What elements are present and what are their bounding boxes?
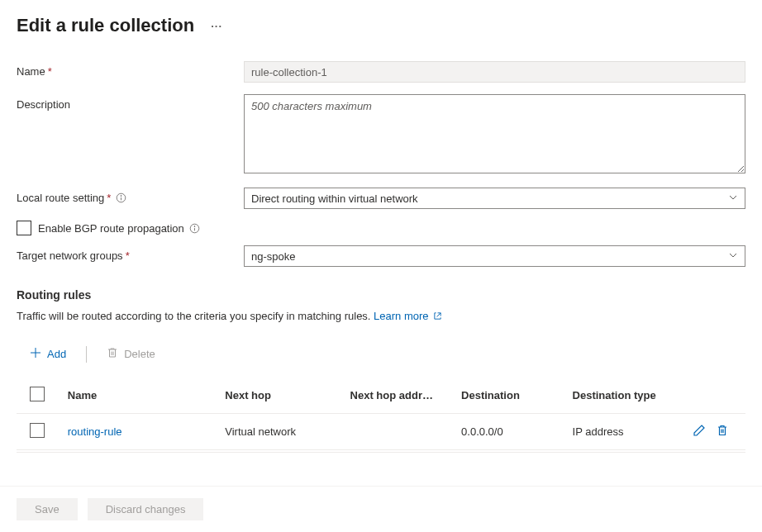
local-route-setting-dropdown[interactable]: Direct routing within virtual network — [244, 188, 745, 209]
rule-name-link[interactable]: routing-rule — [68, 425, 122, 438]
chevron-down-icon — [728, 250, 738, 263]
required-indicator: * — [107, 192, 111, 204]
cell-next-hop-addr — [344, 414, 455, 450]
learn-more-link[interactable]: Learn more — [374, 310, 442, 322]
column-header-destination-type[interactable]: Destination type — [566, 378, 687, 414]
column-header-name[interactable]: Name — [61, 378, 219, 414]
enable-bgp-checkbox[interactable] — [17, 221, 31, 235]
add-button[interactable]: Add — [23, 342, 73, 366]
column-header-next-hop[interactable]: Next hop — [218, 378, 343, 414]
table-row[interactable]: routing-rule Virtual network 0.0.0.0/0 I… — [17, 414, 745, 450]
row-checkbox[interactable] — [30, 423, 45, 438]
svg-point-1 — [121, 196, 121, 197]
discard-changes-button[interactable]: Discard changes — [88, 498, 204, 520]
routing-rules-heading: Routing rules — [17, 288, 745, 302]
page-title: Edit a rule collection — [17, 15, 194, 36]
dropdown-value: Direct routing within virtual network — [251, 192, 418, 205]
name-label: Name — [17, 65, 45, 78]
delete-button[interactable]: Delete — [100, 342, 162, 366]
info-icon[interactable] — [116, 192, 126, 203]
dropdown-value: ng-spoke — [251, 250, 295, 263]
external-link-icon — [431, 310, 442, 322]
trash-icon — [107, 347, 118, 361]
target-network-groups-label: Target network groups — [17, 249, 123, 262]
column-header-next-hop-addr[interactable]: Next hop addr… — [344, 378, 455, 414]
svg-point-3 — [194, 226, 195, 226]
cell-destination-type: IP address — [566, 414, 687, 450]
cell-destination: 0.0.0.0/0 — [455, 414, 565, 450]
chevron-down-icon — [728, 192, 738, 205]
target-network-groups-dropdown[interactable]: ng-spoke — [244, 245, 745, 267]
more-actions-button[interactable]: ··· — [211, 20, 222, 32]
local-route-setting-label: Local route setting — [17, 192, 104, 204]
routing-rules-table: Name Next hop Next hop addr… Destination… — [17, 378, 745, 450]
routing-rules-subtext: Traffic will be routed according to the … — [17, 310, 745, 322]
command-separator — [86, 346, 87, 363]
edit-icon[interactable] — [693, 424, 706, 439]
required-indicator: * — [126, 249, 130, 262]
plus-icon — [30, 347, 41, 361]
required-indicator: * — [48, 65, 52, 78]
enable-bgp-label: Enable BGP route propagation — [38, 222, 184, 235]
name-input[interactable] — [244, 61, 745, 83]
description-label: Description — [17, 98, 70, 111]
save-button[interactable]: Save — [17, 498, 78, 520]
trash-icon[interactable] — [716, 424, 729, 439]
close-button[interactable] — [736, 12, 745, 36]
column-header-destination[interactable]: Destination — [455, 378, 565, 414]
info-icon[interactable] — [189, 223, 200, 234]
description-textarea[interactable] — [244, 94, 745, 173]
select-all-checkbox[interactable] — [30, 387, 45, 401]
cell-next-hop: Virtual network — [218, 414, 343, 450]
